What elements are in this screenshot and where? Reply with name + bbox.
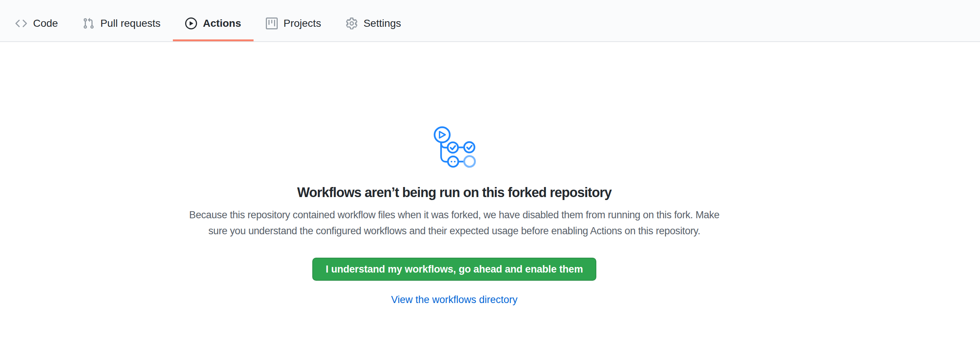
tab-settings-label: Settings: [364, 17, 401, 29]
tab-code-label: Code: [33, 17, 58, 29]
tab-code[interactable]: Code: [3, 5, 70, 41]
tab-settings[interactable]: Settings: [334, 5, 414, 41]
tab-actions-label: Actions: [203, 17, 241, 29]
code-icon: [15, 17, 27, 29]
description-line-2: sure you understand the configured workf…: [0, 223, 908, 239]
project-icon: [266, 17, 278, 29]
tab-pull-requests[interactable]: Pull requests: [70, 5, 173, 41]
tab-projects[interactable]: Projects: [253, 5, 334, 41]
actions-disabled-empty-state: Workflows aren’t being run on this forke…: [0, 125, 908, 308]
repo-tab-nav: Code Pull requests Actions Projects Sett…: [0, 0, 980, 42]
tab-pull-requests-label: Pull requests: [100, 17, 161, 29]
page-title: Workflows aren’t being run on this forke…: [0, 184, 908, 201]
description-line-1: Because this repository contained workfl…: [0, 207, 908, 223]
tab-actions[interactable]: Actions: [173, 5, 253, 41]
git-pull-request-icon: [83, 17, 94, 29]
tab-projects-label: Projects: [284, 17, 321, 29]
workflow-graph-icon: [432, 125, 477, 169]
play-icon: [185, 17, 197, 29]
description: Because this repository contained workfl…: [0, 207, 908, 239]
workflows-directory-link[interactable]: View the workflows directory: [391, 294, 517, 305]
link-row: View the workflows directory: [0, 292, 908, 308]
gear-icon: [346, 17, 358, 29]
enable-workflows-button[interactable]: I understand my workflows, go ahead and …: [312, 258, 596, 281]
